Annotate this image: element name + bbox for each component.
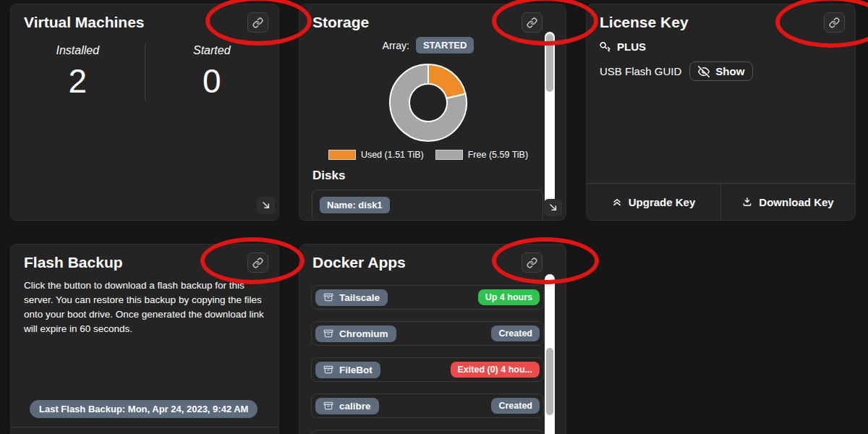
disks-heading: Disks [312,167,544,184]
license-tier-row: PLUS [600,39,842,54]
vm-link-button[interactable] [247,12,268,33]
license-key-card: License Key PLUS USB Flash GUID Show Upg… [586,4,856,221]
vm-installed-label: Installed [11,44,145,57]
array-status-badge: STARTED [416,37,474,54]
show-button-label: Show [715,65,744,77]
upgrade-key-button[interactable]: Upgrade Key [587,184,721,220]
used-legend-label: Used (1.51 TiB) [361,150,424,160]
app-name-label: Chromium [339,328,388,339]
disks-list-box: Name: disk1 [312,190,543,221]
vm-installed-value: 2 [11,61,145,101]
app-name-badge: Tailscale [315,289,388,306]
container-box-icon [323,365,333,375]
app-name-label: calibre [339,401,371,412]
vm-started-value: 0 [145,61,279,101]
app-status-badge: Created [491,398,540,414]
docker-row-filebot[interactable]: FileBot Exited (0) 4 hou... [311,357,544,382]
vm-card-title: Virtual Machines [24,12,145,33]
upgrade-key-label: Upgrade Key [629,196,696,208]
app-status-badge: Up 4 hours [478,289,540,305]
flash-link-button[interactable] [247,252,268,273]
disk-name-badge: Name: disk1 [320,197,390,213]
eye-slash-icon [698,66,710,77]
key-icon [600,41,610,52]
docker-row-tailscale[interactable]: Tailscale Up 4 hours [311,285,544,310]
virtual-machines-card: Virtual Machines Installed 2 Started 0 [10,4,279,221]
vm-stat-started: Started 0 [145,44,279,101]
docker-card-header: Docker Apps [299,244,566,273]
docker-scrollbar-thumb[interactable] [546,348,553,415]
storage-card-header: Storage [299,4,566,33]
flash-footer [11,427,278,434]
docker-app-list: Tailscale Up 4 hours Chromium Created Fi… [311,285,544,434]
donut-chart-svg [386,61,470,145]
vm-started-label: Started [145,44,279,57]
license-link-button[interactable] [824,12,845,33]
storage-card: Storage Array: STARTED Used (1.51 TiB) F… [299,4,566,221]
legend-item-free: Free (5.59 TiB) [435,150,528,160]
storage-scrollbar-thumb[interactable] [546,34,553,92]
flash-backup-card: Flash Backup Click the button to downloa… [10,244,279,434]
link-icon [829,17,840,28]
show-guid-button[interactable]: Show [689,61,753,81]
storage-resize-handle[interactable] [544,199,562,216]
license-tier-label: PLUS [617,41,646,53]
guid-label: USB Flash GUID [600,65,681,77]
license-card-header: License Key [587,4,855,33]
download-key-button[interactable]: Download Key [721,184,855,220]
docker-apps-card: Docker Apps Tailscale Up 4 hours Chromiu… [299,244,566,434]
vm-card-header: Virtual Machines [11,4,278,33]
resize-arrow-icon [260,200,272,211]
license-footer: Upgrade Key Download Key [587,183,855,220]
storage-scrollbar[interactable] [545,32,555,205]
container-box-icon [323,401,333,411]
storage-chart-legend: Used (1.51 TiB) Free (5.59 TiB) [312,149,544,161]
array-status-row: Array: STARTED [312,36,544,54]
app-name-badge: Chromium [315,326,396,342]
free-swatch [435,150,463,160]
storage-card-title: Storage [312,12,369,33]
vm-stat-installed: Installed 2 [11,44,145,101]
docker-scrollbar[interactable] [545,274,555,434]
used-swatch [328,150,356,160]
container-box-icon [323,292,333,302]
app-name-label: FileBot [339,365,373,375]
docker-row-calibre[interactable]: calibre Created [311,393,544,418]
app-name-label: Tailscale [339,292,380,303]
app-status-badge: Exited (0) 4 hou... [451,362,540,378]
container-box-icon [323,328,333,339]
array-label: Array: [383,40,409,51]
download-key-label: Download Key [759,196,833,208]
vm-stats: Installed 2 Started 0 [11,44,278,101]
free-legend-label: Free (5.59 TiB) [468,150,528,160]
link-icon [252,258,263,268]
storage-donut-chart [312,61,544,145]
resize-arrow-icon [548,202,559,213]
legend-item-used: Used (1.51 TiB) [328,150,424,160]
app-name-badge: FileBot [315,362,380,378]
flash-card-title: Flash Backup [24,252,123,273]
download-icon [742,197,752,207]
docker-row-partial[interactable] [311,430,544,434]
docker-row-chromium[interactable]: Chromium Created [311,321,544,346]
flash-description: Click the button to download a flash bac… [24,278,265,336]
vm-resize-handle[interactable] [257,197,275,214]
last-flash-backup-badge: Last Flash Backup: Mon, Apr 24, 2023, 9:… [30,400,258,418]
app-status-badge: Created [491,326,540,341]
link-icon [527,258,537,268]
docker-card-title: Docker Apps [312,252,406,273]
license-card-title: License Key [600,12,689,33]
flash-card-header: Flash Backup [11,244,278,273]
link-icon [252,17,263,28]
storage-link-button[interactable] [522,12,542,33]
license-guid-row: USB Flash GUID Show [600,61,842,81]
app-name-badge: calibre [315,398,379,414]
link-icon [527,17,537,28]
docker-link-button[interactable] [522,252,542,273]
angles-up-icon [612,197,622,207]
